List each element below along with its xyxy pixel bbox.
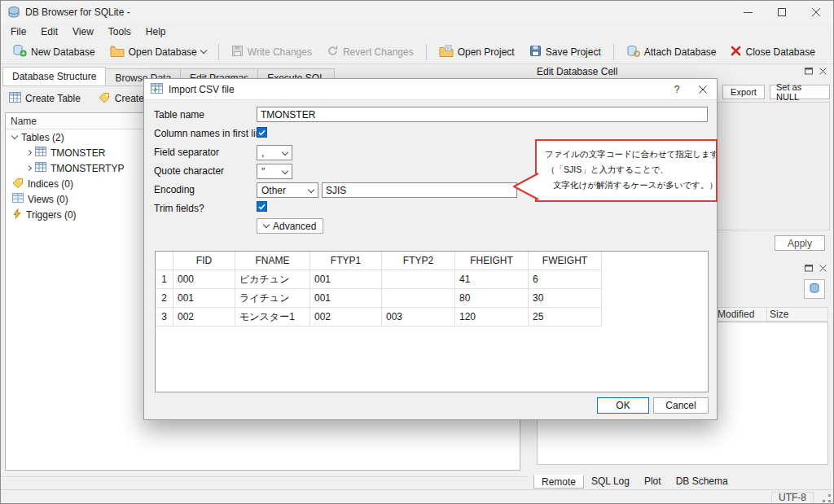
revert-changes-button: Revert Changes — [320, 42, 420, 63]
open-project-button[interactable]: Open Project — [432, 42, 521, 63]
menu-edit[interactable]: Edit — [33, 24, 65, 39]
cell: 000 — [173, 270, 235, 289]
preview-col-fweight: FWEIGHT — [529, 252, 602, 270]
preview-row: 1 000 ピカチュン 001 41 6 — [156, 270, 708, 289]
attach-database-icon — [626, 45, 640, 59]
remote-refresh-button[interactable] — [804, 279, 825, 299]
dock-tab-plot[interactable]: Plot — [637, 475, 669, 489]
trim-fields-checkbox[interactable] — [257, 201, 267, 212]
cell: モンスター1 — [235, 308, 310, 327]
chevron-down-icon — [263, 221, 270, 227]
main-toolbar: New Database Open Database Write Changes… — [1, 40, 833, 64]
column-names-checkbox[interactable] — [257, 127, 267, 138]
toolbar-separator — [218, 44, 219, 60]
float-panel-icon[interactable] — [805, 66, 813, 77]
cell: 25 — [529, 308, 602, 327]
advanced-toggle-button[interactable]: Advanced — [257, 218, 323, 234]
dock-tab-db-schema[interactable]: DB Schema — [669, 475, 735, 489]
resize-grip[interactable] — [823, 494, 831, 502]
cell: 30 — [529, 289, 602, 308]
preview-row: 2 001 ライチュン 001 80 30 — [156, 289, 708, 308]
chevron-down-icon — [282, 149, 288, 156]
new-database-icon — [12, 44, 27, 59]
cell: 120 — [455, 308, 529, 327]
column-modified[interactable]: Modified — [715, 308, 767, 321]
open-database-dropdown-icon[interactable] — [200, 47, 207, 54]
dock-tab-sql-log[interactable]: SQL Log — [584, 475, 637, 489]
main-window: DB Browser for SQLite - File Edit View T… — [0, 0, 834, 504]
dock-tab-bar: Remote SQL Log Plot DB Schema — [533, 475, 735, 489]
edit-cell-title: Edit Database Cell — [537, 66, 617, 77]
cell: 003 — [382, 308, 455, 327]
minimize-button[interactable] — [731, 1, 765, 24]
close-panel-icon[interactable] — [819, 66, 827, 77]
tab-database-structure[interactable]: Database Structure — [2, 67, 106, 86]
new-database-button[interactable]: New Database — [6, 41, 102, 63]
encoding-custom-input[interactable] — [322, 182, 517, 198]
window-title: DB Browser for SQLite - — [25, 7, 130, 18]
dialog-title-bar: Import CSV file ? — [144, 79, 717, 100]
export-button[interactable]: Export — [722, 85, 765, 99]
cell: 001 — [173, 289, 235, 308]
dock-controls — [805, 66, 827, 77]
save-project-button[interactable]: Save Project — [523, 42, 608, 63]
create-table-button[interactable]: Create Table — [4, 90, 86, 107]
cell: 002 — [173, 308, 235, 327]
close-panel-icon[interactable] — [819, 263, 827, 274]
encoding-select[interactable]: Other — [257, 182, 318, 198]
cell: 002 — [310, 308, 382, 327]
dialog-close-button[interactable] — [691, 79, 715, 100]
quote-character-select[interactable]: " — [257, 164, 292, 179]
column-names-label: Column names in first line — [154, 128, 266, 139]
table-name-input[interactable] — [257, 107, 708, 122]
remote-database-icon — [809, 283, 820, 296]
encoding-label: Encoding — [154, 184, 195, 195]
menu-help[interactable]: Help — [138, 24, 173, 39]
toolbar-separator — [426, 44, 427, 60]
annotation-callout: ファイルの文字コードに合わせて指定します。 （「SJIS」と入力することで、 文… — [535, 139, 718, 202]
field-separator-select[interactable]: , — [257, 145, 292, 160]
dock-tab-remote[interactable]: Remote — [533, 475, 584, 489]
row-number: 1 — [156, 270, 173, 289]
menu-tools[interactable]: Tools — [101, 24, 138, 39]
preview-col-fname: FNAME — [235, 252, 310, 270]
set-as-null-button[interactable]: Set as NULL — [770, 85, 830, 99]
ok-button[interactable]: OK — [597, 397, 649, 414]
dock-controls — [805, 263, 827, 274]
cell: 001 — [310, 289, 382, 308]
cell: 6 — [529, 270, 602, 289]
triggers-icon — [12, 208, 22, 221]
apply-button[interactable]: Apply — [775, 235, 825, 251]
chevron-down-icon[interactable] — [11, 133, 18, 139]
save-project-icon — [529, 45, 542, 59]
table-name-label: Table name — [154, 109, 204, 121]
cell — [382, 270, 455, 289]
chevron-down-icon — [308, 186, 314, 193]
maximize-button[interactable] — [765, 1, 799, 24]
close-database-button[interactable]: Close Database — [724, 42, 821, 62]
dialog-help-button[interactable]: ? — [665, 79, 689, 100]
callout-line-3: 文字化けが解消するケースが多いです。） — [553, 177, 713, 193]
open-project-icon — [439, 45, 454, 59]
trim-fields-label: Trim fields? — [154, 203, 204, 214]
open-database-button[interactable]: Open Database — [103, 42, 213, 63]
csv-preview-table: FID FNAME FTYP1 FTYP2 FHEIGHT FWEIGHT 1 … — [155, 251, 709, 392]
float-panel-icon[interactable] — [805, 263, 813, 274]
callout-line-2: （「SJIS」と入力することで、 — [546, 162, 713, 177]
row-number: 3 — [156, 308, 173, 327]
revert-changes-icon — [327, 45, 339, 59]
row-number: 2 — [156, 289, 173, 308]
chevron-right-icon[interactable] — [26, 150, 32, 156]
import-csv-icon — [151, 83, 163, 96]
chevron-right-icon[interactable] — [26, 165, 32, 171]
write-changes-button: Write Changes — [225, 42, 318, 63]
dialog-title: Import CSV file — [169, 84, 235, 95]
menu-file[interactable]: File — [3, 24, 33, 39]
close-button[interactable] — [799, 1, 833, 24]
column-size[interactable]: Size — [767, 308, 824, 321]
menu-view[interactable]: View — [65, 24, 101, 39]
callout-line-1: ファイルの文字コードに合わせて指定します。 — [545, 147, 713, 162]
cell: 001 — [310, 270, 382, 289]
attach-database-button[interactable]: Attach Database — [620, 42, 723, 63]
cancel-button[interactable]: Cancel — [653, 397, 709, 414]
